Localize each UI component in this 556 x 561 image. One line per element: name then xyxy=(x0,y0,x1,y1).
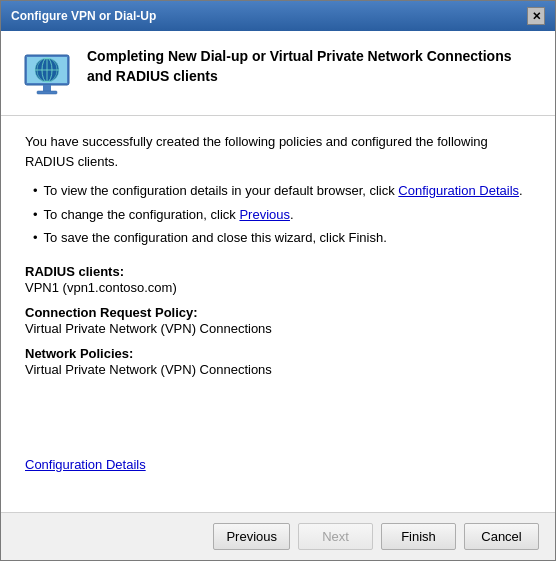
config-details-link-inline[interactable]: Configuration Details xyxy=(398,183,519,198)
intro-text: You have successfully created the follow… xyxy=(25,132,531,171)
cancel-button[interactable]: Cancel xyxy=(464,523,539,550)
footer: Previous Next Finish Cancel xyxy=(1,512,555,560)
network-policies-section: Network Policies: Virtual Private Networ… xyxy=(25,346,531,377)
content-area: You have successfully created the follow… xyxy=(1,116,555,512)
connection-request-policy-section: Connection Request Policy: Virtual Priva… xyxy=(25,305,531,336)
previous-button[interactable]: Previous xyxy=(213,523,290,550)
close-button[interactable]: ✕ xyxy=(527,7,545,25)
finish-button[interactable]: Finish xyxy=(381,523,456,550)
configuration-details-link[interactable]: Configuration Details xyxy=(25,457,146,472)
bullet-list: • To view the configuration details in y… xyxy=(33,181,531,248)
next-button: Next xyxy=(298,523,373,550)
bullet-item-3: • To save the configuration and close th… xyxy=(33,228,531,248)
svg-rect-8 xyxy=(43,85,51,91)
wizard-icon xyxy=(21,49,73,101)
bullet-item-1: • To view the configuration details in y… xyxy=(33,181,531,201)
previous-link-inline[interactable]: Previous xyxy=(239,207,290,222)
config-link-area: Configuration Details xyxy=(25,457,531,472)
svg-rect-9 xyxy=(37,91,57,94)
title-bar: Configure VPN or Dial-Up ✕ xyxy=(1,1,555,31)
header-section: Completing New Dial-up or Virtual Privat… xyxy=(1,31,555,116)
wizard-title: Completing New Dial-up or Virtual Privat… xyxy=(87,47,535,86)
window-title: Configure VPN or Dial-Up xyxy=(11,9,156,23)
info-section: RADIUS clients: VPN1 (vpn1.contoso.com) … xyxy=(25,264,531,377)
radius-clients-label: RADIUS clients: VPN1 (vpn1.contoso.com) xyxy=(25,264,531,295)
bullet-item-2: • To change the configuration, click Pre… xyxy=(33,205,531,225)
main-window: Configure VPN or Dial-Up ✕ xyxy=(0,0,556,561)
